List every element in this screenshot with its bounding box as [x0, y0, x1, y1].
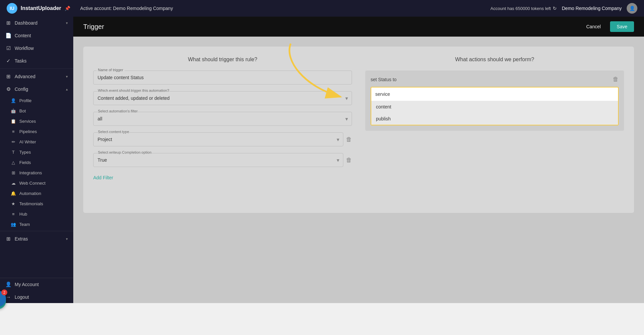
name-of-trigger-label: Name of trigger [97, 68, 125, 72]
sidebar-item-types[interactable]: T Types [0, 147, 73, 157]
name-of-trigger-input[interactable] [93, 71, 352, 84]
tasks-icon: ✓ [5, 58, 11, 64]
writeup-select[interactable]: TrueFalse [93, 153, 343, 167]
sidebar-label-team: Team [19, 222, 30, 227]
active-account: Active account: Demo Remodeling Company [80, 6, 173, 11]
status-dropdown-wrapper: content publish [371, 87, 619, 125]
top-header: IU InstantUploader 📌 Active account: Dem… [0, 0, 644, 17]
trigger-right: What actions should we perform? set Stat… [365, 57, 624, 203]
sidebar-item-web-connect[interactable]: ☁ Web Connect [0, 178, 73, 188]
sidebar-label-hub: Hub [19, 212, 27, 217]
sidebar-item-my-account[interactable]: 👤 My Account [0, 278, 73, 291]
writeup-delete-button[interactable]: 🗑 [346, 157, 352, 164]
sidebar-item-profile[interactable]: 👤 Profile [0, 95, 73, 106]
sidebar-item-bot[interactable]: 🤖 Bot [0, 106, 73, 116]
sidebar-item-tasks[interactable]: ✓ Tasks [0, 55, 73, 67]
ai-writer-icon: ✏ [11, 139, 16, 144]
hub-icon: ≡ [11, 212, 16, 217]
filter-field: Select automation's filter all [93, 112, 352, 126]
advanced-chevron: ▾ [66, 75, 68, 79]
sidebar-item-team[interactable]: 👥 Team [0, 219, 73, 230]
automation-icon: 🔔 [11, 191, 16, 196]
refresh-icon[interactable]: ↻ [553, 6, 557, 11]
pin-icon[interactable]: 📌 [65, 6, 70, 11]
sidebar-label-types: Types [19, 150, 31, 155]
sidebar-item-automation[interactable]: 🔔 Automation [0, 188, 73, 199]
sidebar-label-advanced: Advanced [15, 74, 63, 79]
sidebar-item-content[interactable]: 📄 Content [0, 29, 73, 42]
sidebar-label-bot: Bot [19, 108, 26, 113]
extras-chevron: ▾ [66, 237, 68, 241]
app-logo: IU [7, 3, 17, 14]
sidebar-label-integrations: Integrations [19, 170, 42, 175]
sidebar-item-ai-writer[interactable]: ✏ AI Writer [0, 137, 73, 147]
web-connect-icon: ☁ [11, 181, 16, 186]
token-text: Account has 650000 tokens left [490, 6, 551, 11]
cancel-button[interactable]: Cancel [581, 21, 606, 32]
trigger-panel: What should trigger this rule? Name of t… [83, 47, 634, 213]
writeup-field: Select writeup Completion option TrueFal… [93, 153, 352, 167]
sidebar-item-hub[interactable]: ≡ Hub [0, 209, 73, 219]
divider-1 [0, 69, 73, 69]
sidebar-label-content: Content [15, 33, 68, 38]
sidebar-item-pipelines[interactable]: ≡ Pipelines [0, 126, 73, 137]
sidebar-item-advanced[interactable]: ⊞ Advanced ▾ [0, 70, 73, 83]
config-icon: ⚙ [5, 86, 11, 92]
integrations-icon: ⊞ [11, 170, 16, 175]
status-search-input[interactable] [371, 87, 618, 101]
sidebar-label-web-connect: Web Connect [19, 181, 46, 186]
sidebar-item-integrations[interactable]: ⊞ Integrations [0, 168, 73, 178]
trigger-content: What should trigger this rule? Name of t… [73, 37, 644, 303]
add-filter-button[interactable]: Add Filter [93, 174, 113, 182]
sidebar-label-tasks: Tasks [15, 58, 68, 64]
sidebar-label-workflow: Workflow [15, 46, 68, 51]
sidebar-label-config: Config [15, 86, 63, 92]
sidebar-label-extras: Extras [15, 236, 63, 242]
sidebar-item-workflow[interactable]: ☑ Workflow [0, 42, 73, 55]
sidebar-item-testimonials[interactable]: ★ Testimonials [0, 199, 73, 209]
sidebar-item-config[interactable]: ⚙ Config ▴ [0, 83, 73, 95]
status-option-publish[interactable]: publish [371, 113, 618, 125]
save-button[interactable]: Save [610, 21, 634, 32]
chevron-icon: ▾ [66, 21, 68, 25]
company-name: Demo Remodeling Company [562, 6, 622, 11]
sidebar-item-fields[interactable]: △ Fields [0, 157, 73, 168]
status-dropdown-container: content publish [371, 87, 619, 125]
action-label: set Status to [371, 77, 397, 82]
sidebar-label-automation: Automation [19, 191, 41, 196]
sidebar-label-profile: Profile [19, 98, 32, 103]
fields-icon: △ [11, 160, 16, 165]
filter-select[interactable]: all [93, 112, 352, 126]
content-area: Trigger Cancel Save What should trigger … [73, 17, 644, 303]
services-icon: 📋 [11, 119, 16, 124]
action-delete-button[interactable]: 🗑 [613, 76, 619, 83]
trigger-bar: Trigger Cancel Save [73, 17, 644, 37]
event-select-wrapper: Content added, updated or deleted [93, 91, 352, 105]
action-card-header: set Status to 🗑 [371, 76, 619, 83]
main-layout: ⊞ Dashboard ▾ 📄 Content ☑ Workflow ✓ Tas… [0, 17, 644, 303]
testimonials-icon: ★ [11, 201, 16, 206]
action-card: set Status to 🗑 content publish [365, 71, 624, 131]
workflow-icon: ☑ [5, 45, 11, 51]
status-option-content[interactable]: content [371, 101, 618, 113]
sidebar-item-logout[interactable]: → Logout [0, 291, 73, 303]
event-field: Which event should trigger this automati… [93, 91, 352, 105]
content-type-select[interactable]: ProjectBlogPageService [93, 132, 343, 146]
event-select[interactable]: Content added, updated or deleted [93, 91, 352, 105]
right-panel-title: What actions should we perform? [365, 57, 624, 63]
sidebar: ⊞ Dashboard ▾ 📄 Content ☑ Workflow ✓ Tas… [0, 17, 73, 303]
content-type-delete-button[interactable]: 🗑 [346, 136, 352, 143]
filter-select-wrapper: all [93, 112, 352, 126]
my-account-icon: 👤 [5, 281, 11, 287]
sidebar-label-dashboard: Dashboard [15, 20, 63, 26]
sidebar-item-dashboard[interactable]: ⊞ Dashboard ▾ [0, 17, 73, 29]
dashboard-icon: ⊞ [5, 20, 11, 26]
sidebar-item-services[interactable]: 📋 Services [0, 116, 73, 126]
left-panel-title: What should trigger this rule? [93, 57, 352, 63]
sidebar-item-extras[interactable]: ⊞ Extras ▾ [0, 233, 73, 245]
sidebar-label-fields: Fields [19, 160, 31, 165]
team-icon: 👥 [11, 222, 16, 227]
header-left: IU InstantUploader 📌 Active account: Dem… [7, 3, 173, 14]
scroll-top-icon: ▲ [0, 295, 1, 302]
user-avatar[interactable]: 👤 [627, 3, 637, 14]
